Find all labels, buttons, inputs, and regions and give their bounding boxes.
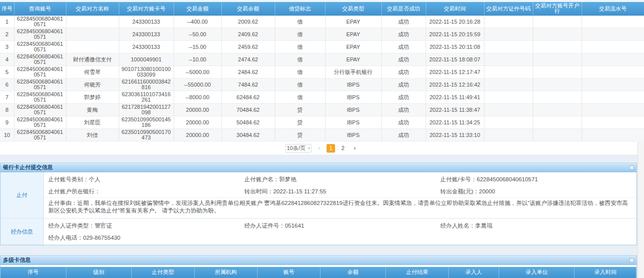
table-cell: 6228450068040610571 — [14, 53, 66, 66]
field-label: 止付账户所在银行： — [48, 188, 101, 194]
page-number-button[interactable]: 1 — [327, 144, 335, 153]
table-cell — [582, 104, 644, 116]
table-cell: 2 — [0, 28, 14, 41]
collapse-icon[interactable] — [629, 165, 634, 170]
multicard-table-head: 序号级别止付类型所属机构账号余额止付结果录入人录入单位录入时间 — [1, 267, 636, 278]
column-header: 录入人 — [449, 267, 499, 278]
field-value: 警官证 — [95, 223, 112, 229]
table-cell: IBPS — [325, 91, 381, 104]
page-size-label: 10条/页 — [287, 145, 305, 152]
table-row: 46228450068040610571财付通微信支付1000049901--1… — [0, 53, 644, 66]
column-header: 交易对方名称 — [66, 2, 119, 16]
table-cell: 70484.62 — [221, 104, 275, 116]
table-cell: 借 — [275, 79, 325, 91]
table-cell: IBPS — [325, 129, 381, 142]
field-value: 个人 — [89, 176, 101, 182]
field-agent-name: 经办人姓名：李晨琨 — [440, 220, 636, 232]
table-cell — [533, 104, 582, 116]
table-cell: 借 — [275, 53, 325, 66]
table-cell: 20000.00 — [174, 129, 221, 142]
table-cell: 借 — [275, 66, 325, 79]
stop-payment-group-label: 止付 — [1, 172, 44, 218]
table-cell: --400.00 — [174, 16, 221, 28]
field-cert-type: 经办人证件类型：警官证 — [48, 220, 245, 232]
table-cell — [484, 116, 533, 129]
vertical-scrollbar[interactable] — [637, 142, 644, 278]
table-cell — [66, 16, 119, 28]
table-row: 96228450068040610571刘星臣62350109905001451… — [0, 116, 644, 129]
table-cell: 2022-11-15 12:17:47 — [426, 66, 484, 79]
table-cell: 2022-11-15 20:11:08 — [426, 41, 484, 53]
table-cell: 243300133 — [119, 16, 174, 28]
transactions-table-head: 序号查询账号交易对方名称交易对方账卡号交易金额交易余额借贷标志交易类型交易是否成… — [0, 2, 644, 16]
table-cell: 2484.62 — [221, 66, 275, 79]
table-cell — [582, 28, 644, 41]
column-header: 余额 — [320, 267, 385, 278]
table-cell: 6228450068040610571 — [14, 79, 66, 91]
table-cell — [484, 28, 533, 41]
next-page-button[interactable]: › — [351, 144, 359, 153]
table-cell: 5 — [0, 66, 14, 79]
table-cell — [484, 129, 533, 142]
field-acct-type: 止付账号类别：个人 — [48, 173, 245, 185]
table-cell — [533, 116, 582, 129]
table-cell — [582, 66, 644, 79]
table-cell: 2022-11-15 11:38:47 — [426, 104, 484, 116]
table-cell: 1000049901 — [119, 53, 174, 66]
table-cell: 成功 — [381, 66, 426, 79]
collapse-icon[interactable] — [629, 258, 634, 262]
table-cell — [484, 79, 533, 91]
table-cell: 成功 — [381, 53, 426, 66]
prev-page-button[interactable]: ‹ — [315, 144, 323, 153]
field-label: 经办人姓名： — [440, 223, 475, 229]
table-cell: 2459.62 — [221, 41, 275, 53]
field-label: 经办人电话： — [48, 235, 83, 241]
stop-payment-section: 银行卡止付提交信息 止付 止付账号类别：个人 止付账户名：郭梦艳 止付账/卡号：… — [0, 163, 637, 245]
stop-payment-block: 止付 止付账号类别：个人 止付账户名：郭梦艳 止付账/卡号：6228450068… — [1, 172, 636, 218]
table-cell: 借 — [275, 91, 325, 104]
field-value: 029-86755430 — [83, 235, 120, 241]
table-cell — [484, 104, 533, 116]
table-cell — [533, 28, 582, 41]
column-header: 交易是否成功 — [381, 2, 426, 16]
column-header: 交易时间 — [426, 2, 484, 16]
table-cell: 2022-11-15 11:49:41 — [426, 91, 484, 104]
table-cell: 6228450068040610571 — [14, 41, 66, 53]
table-cell: 成功 — [381, 104, 426, 116]
table-cell: 6228450068040610571 — [14, 28, 66, 41]
table-cell: 10 — [0, 129, 14, 142]
transactions-panel: 序号查询账号交易对方名称交易对方账卡号交易金额交易余额借贷标志交易类型交易是否成… — [0, 0, 644, 155]
field-transfer-time: 转出时间：2022-11-15 11:27:55 — [245, 185, 441, 197]
page-size-select[interactable]: 10条/页 ▾ — [285, 144, 311, 153]
table-cell: 2022-11-15 18:08:07 — [426, 53, 484, 66]
table-cell: --50.00 — [174, 28, 221, 41]
table-cell — [582, 129, 644, 142]
column-header: 录入单位 — [499, 267, 575, 278]
table-cell: --15.00 — [174, 41, 221, 53]
table-cell: 8 — [0, 104, 14, 116]
field-amount: 转出金额(元)：20000 — [440, 185, 636, 197]
chevron-down-icon: ▾ — [308, 146, 310, 151]
table-cell: 何晓芳 — [66, 79, 119, 91]
transactions-table: 序号查询账号交易对方名称交易对方账卡号交易金额交易余额借贷标志交易类型交易是否成… — [0, 2, 644, 142]
table-row: 76228450068040610571郭梦婷62303611010734162… — [0, 91, 644, 104]
table-cell: 6228450068040610571 — [14, 91, 66, 104]
table-cell: 刘佳 — [66, 129, 119, 142]
table-cell: 3 — [0, 41, 14, 53]
table-cell: --8000.00 — [174, 91, 221, 104]
table-cell: 6228450068040610571 — [14, 16, 66, 28]
table-cell: 1 — [0, 16, 14, 28]
table-cell: 6235010990500145186 — [119, 116, 174, 129]
page-number-button[interactable]: 2 — [339, 144, 347, 153]
agent-group-label: 经办信息 — [1, 219, 44, 245]
table-cell: 成功 — [381, 116, 426, 129]
table-cell — [582, 41, 644, 53]
field-cert-no: 经办人证件号：051641 — [245, 220, 441, 232]
table-row: 16228450068040610571243300133--400.00200… — [0, 16, 644, 28]
table-cell — [66, 41, 119, 53]
column-header: 交易流水号 — [582, 2, 644, 16]
page-numbers: 12 — [327, 144, 347, 153]
table-cell: EPAY — [325, 16, 381, 28]
table-cell: EPAY — [325, 53, 381, 66]
multicard-table: 序号级别止付类型所属机构账号余额止付结果录入人录入单位录入时间 1一级第三方止付… — [1, 267, 636, 278]
